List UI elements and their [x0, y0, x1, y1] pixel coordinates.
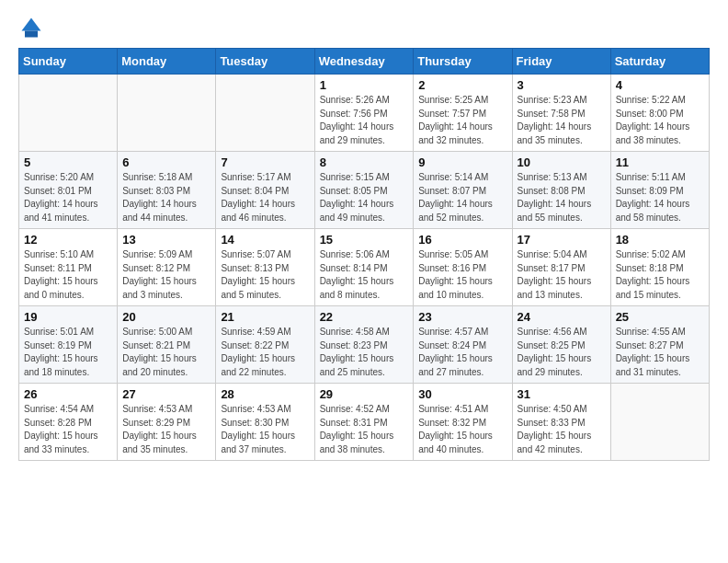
day-number: 28: [221, 387, 309, 401]
day-number: 20: [122, 310, 210, 324]
calendar-cell: 18Sunrise: 5:02 AM Sunset: 8:18 PM Dayli…: [610, 229, 709, 306]
calendar-cell: 8Sunrise: 5:15 AM Sunset: 8:05 PM Daylig…: [314, 152, 414, 229]
weekday-header: Thursday: [414, 49, 512, 75]
day-number: 6: [122, 155, 210, 169]
calendar-cell: 2Sunrise: 5:25 AM Sunset: 7:57 PM Daylig…: [414, 75, 512, 152]
day-number: 22: [320, 310, 409, 324]
day-info: Sunrise: 4:59 AM Sunset: 8:22 PM Dayligh…: [221, 326, 309, 379]
day-info: Sunrise: 4:50 AM Sunset: 8:33 PM Dayligh…: [518, 403, 606, 456]
calendar-cell: 13Sunrise: 5:09 AM Sunset: 8:12 PM Dayli…: [118, 229, 216, 306]
logo-icon: [18, 15, 44, 40]
day-info: Sunrise: 4:51 AM Sunset: 8:32 PM Dayligh…: [418, 403, 506, 456]
day-info: Sunrise: 5:20 AM Sunset: 8:01 PM Dayligh…: [24, 171, 112, 224]
day-number: 14: [221, 233, 309, 247]
weekday-header: Wednesday: [314, 49, 414, 75]
day-info: Sunrise: 5:13 AM Sunset: 8:08 PM Dayligh…: [518, 171, 606, 224]
calendar-header-row: SundayMondayTuesdayWednesdayThursdayFrid…: [19, 49, 710, 75]
calendar-cell: 9Sunrise: 5:14 AM Sunset: 8:07 PM Daylig…: [414, 152, 512, 229]
day-number: 13: [122, 233, 210, 247]
day-info: Sunrise: 5:09 AM Sunset: 8:12 PM Dayligh…: [122, 248, 210, 302]
day-info: Sunrise: 4:56 AM Sunset: 8:25 PM Dayligh…: [518, 326, 606, 379]
day-number: 25: [616, 310, 704, 324]
day-number: 1: [320, 78, 409, 92]
day-info: Sunrise: 4:55 AM Sunset: 8:27 PM Dayligh…: [616, 326, 704, 379]
calendar-cell: 10Sunrise: 5:13 AM Sunset: 8:08 PM Dayli…: [512, 152, 610, 229]
calendar-cell: 29Sunrise: 4:52 AM Sunset: 8:31 PM Dayli…: [314, 384, 414, 461]
calendar-cell: 22Sunrise: 4:58 AM Sunset: 8:23 PM Dayli…: [314, 306, 414, 384]
day-number: 23: [418, 310, 506, 324]
calendar-cell: 21Sunrise: 4:59 AM Sunset: 8:22 PM Dayli…: [216, 306, 314, 384]
calendar-cell: 3Sunrise: 5:23 AM Sunset: 7:58 PM Daylig…: [512, 75, 610, 152]
day-info: Sunrise: 5:06 AM Sunset: 8:14 PM Dayligh…: [320, 248, 409, 302]
day-info: Sunrise: 5:17 AM Sunset: 8:04 PM Dayligh…: [221, 171, 309, 224]
day-number: 12: [24, 233, 112, 247]
day-info: Sunrise: 5:26 AM Sunset: 7:56 PM Dayligh…: [320, 94, 409, 147]
calendar-table: SundayMondayTuesdayWednesdayThursdayFrid…: [18, 48, 710, 461]
day-info: Sunrise: 4:53 AM Sunset: 8:29 PM Dayligh…: [122, 403, 210, 456]
calendar-cell: 17Sunrise: 5:04 AM Sunset: 8:17 PM Dayli…: [512, 229, 610, 306]
day-number: 2: [418, 78, 506, 92]
day-number: 9: [418, 155, 506, 169]
calendar-week-row: 19Sunrise: 5:01 AM Sunset: 8:19 PM Dayli…: [19, 306, 710, 384]
weekday-header: Monday: [118, 49, 216, 75]
day-number: 10: [518, 155, 606, 169]
day-info: Sunrise: 4:53 AM Sunset: 8:30 PM Dayligh…: [221, 403, 309, 456]
calendar-cell: 30Sunrise: 4:51 AM Sunset: 8:32 PM Dayli…: [414, 384, 512, 461]
calendar-cell: 4Sunrise: 5:22 AM Sunset: 8:00 PM Daylig…: [610, 75, 709, 152]
calendar-cell: 25Sunrise: 4:55 AM Sunset: 8:27 PM Dayli…: [610, 306, 709, 384]
calendar-cell: 19Sunrise: 5:01 AM Sunset: 8:19 PM Dayli…: [19, 306, 118, 384]
day-number: 21: [221, 310, 309, 324]
calendar-cell: 27Sunrise: 4:53 AM Sunset: 8:29 PM Dayli…: [118, 384, 216, 461]
calendar-cell: 6Sunrise: 5:18 AM Sunset: 8:03 PM Daylig…: [118, 152, 216, 229]
day-number: 11: [616, 155, 704, 169]
weekday-header: Tuesday: [216, 49, 314, 75]
calendar-cell: 28Sunrise: 4:53 AM Sunset: 8:30 PM Dayli…: [216, 384, 314, 461]
weekday-header: Saturday: [610, 49, 709, 75]
logo: [18, 15, 48, 40]
weekday-header: Sunday: [19, 49, 118, 75]
calendar-cell: 1Sunrise: 5:26 AM Sunset: 7:56 PM Daylig…: [314, 75, 414, 152]
day-info: Sunrise: 5:14 AM Sunset: 8:07 PM Dayligh…: [418, 171, 506, 224]
day-number: 5: [24, 155, 112, 169]
day-number: 26: [24, 387, 112, 401]
calendar-cell: 16Sunrise: 5:05 AM Sunset: 8:16 PM Dayli…: [414, 229, 512, 306]
calendar-cell: 7Sunrise: 5:17 AM Sunset: 8:04 PM Daylig…: [216, 152, 314, 229]
day-info: Sunrise: 5:05 AM Sunset: 8:16 PM Dayligh…: [418, 248, 506, 302]
calendar-cell: 14Sunrise: 5:07 AM Sunset: 8:13 PM Dayli…: [216, 229, 314, 306]
page-header: [18, 15, 710, 40]
day-info: Sunrise: 5:02 AM Sunset: 8:18 PM Dayligh…: [616, 248, 704, 302]
calendar-cell: [216, 75, 314, 152]
day-number: 24: [518, 310, 606, 324]
day-info: Sunrise: 5:11 AM Sunset: 8:09 PM Dayligh…: [616, 171, 704, 224]
calendar-week-row: 1Sunrise: 5:26 AM Sunset: 7:56 PM Daylig…: [19, 75, 710, 152]
day-number: 18: [616, 233, 704, 247]
day-info: Sunrise: 5:01 AM Sunset: 8:19 PM Dayligh…: [24, 326, 112, 379]
calendar-cell: 24Sunrise: 4:56 AM Sunset: 8:25 PM Dayli…: [512, 306, 610, 384]
day-info: Sunrise: 5:23 AM Sunset: 7:58 PM Dayligh…: [518, 94, 606, 147]
day-info: Sunrise: 4:54 AM Sunset: 8:28 PM Dayligh…: [24, 403, 112, 456]
calendar-cell: 12Sunrise: 5:10 AM Sunset: 8:11 PM Dayli…: [19, 229, 118, 306]
day-info: Sunrise: 4:58 AM Sunset: 8:23 PM Dayligh…: [320, 326, 409, 379]
calendar-cell: [610, 384, 709, 461]
day-number: 29: [320, 387, 409, 401]
calendar-cell: 11Sunrise: 5:11 AM Sunset: 8:09 PM Dayli…: [610, 152, 709, 229]
calendar-cell: 15Sunrise: 5:06 AM Sunset: 8:14 PM Dayli…: [314, 229, 414, 306]
calendar-cell: 23Sunrise: 4:57 AM Sunset: 8:24 PM Dayli…: [414, 306, 512, 384]
calendar-cell: 31Sunrise: 4:50 AM Sunset: 8:33 PM Dayli…: [512, 384, 610, 461]
calendar-week-row: 12Sunrise: 5:10 AM Sunset: 8:11 PM Dayli…: [19, 229, 710, 306]
day-number: 27: [122, 387, 210, 401]
day-number: 15: [320, 233, 409, 247]
day-info: Sunrise: 5:25 AM Sunset: 7:57 PM Dayligh…: [418, 94, 506, 147]
calendar-cell: 5Sunrise: 5:20 AM Sunset: 8:01 PM Daylig…: [19, 152, 118, 229]
calendar-week-row: 5Sunrise: 5:20 AM Sunset: 8:01 PM Daylig…: [19, 152, 710, 229]
day-number: 30: [418, 387, 506, 401]
calendar-cell: 26Sunrise: 4:54 AM Sunset: 8:28 PM Dayli…: [19, 384, 118, 461]
day-info: Sunrise: 5:18 AM Sunset: 8:03 PM Dayligh…: [122, 171, 210, 224]
day-number: 7: [221, 155, 309, 169]
day-number: 8: [320, 155, 409, 169]
day-info: Sunrise: 4:52 AM Sunset: 8:31 PM Dayligh…: [320, 403, 409, 456]
day-info: Sunrise: 5:22 AM Sunset: 8:00 PM Dayligh…: [616, 94, 704, 147]
svg-rect-1: [25, 31, 38, 38]
calendar-week-row: 26Sunrise: 4:54 AM Sunset: 8:28 PM Dayli…: [19, 384, 710, 461]
day-info: Sunrise: 5:15 AM Sunset: 8:05 PM Dayligh…: [320, 171, 409, 224]
